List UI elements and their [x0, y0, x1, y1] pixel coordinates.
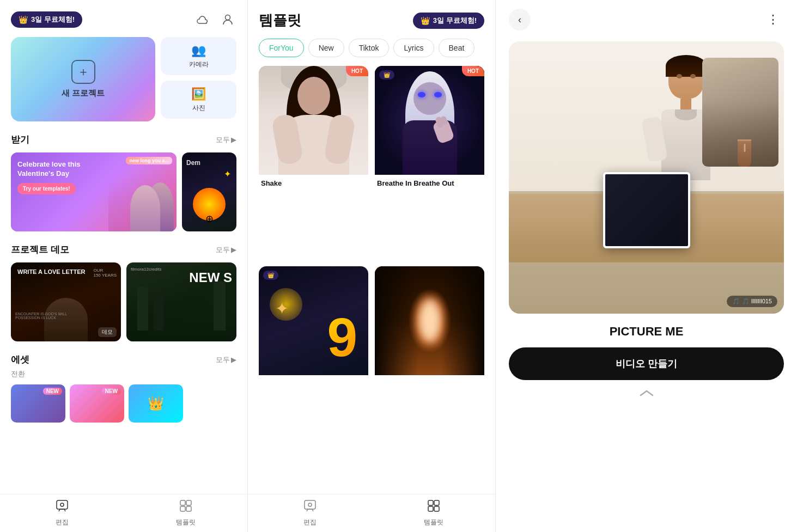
svg-point-2: [60, 503, 64, 506]
demo-see-all[interactable]: 모두 ▶: [216, 245, 236, 255]
new-s-text: NEW S: [189, 270, 232, 285]
valentine-btn: Try our templates!: [17, 183, 76, 194]
promo-badge-left[interactable]: 👑 3일 무료체험!: [11, 11, 82, 28]
demo-row: WRITE A LOVE LETTER OUR150 YEARS 데모 ENCO…: [11, 262, 236, 341]
receive-header: 받기 모두 ▶: [11, 133, 236, 146]
svg-rect-12: [434, 506, 439, 511]
demo-card-2[interactable]: Dem ⊕ ✦: [182, 152, 236, 231]
asset-thumb-2[interactable]: NEW: [70, 384, 124, 423]
crown-icon-template: 👑: [384, 72, 390, 78]
number-overlay: 9: [327, 310, 357, 364]
preview-title: PICTURE ME: [509, 325, 784, 339]
template-nav-icon-middle: [427, 499, 440, 516]
demo-section-header: 프로젝트 데모 모두 ▶: [11, 243, 236, 256]
nav-edit-left[interactable]: 편집: [0, 494, 124, 532]
filmora-watermark: filmora12credits: [131, 267, 161, 272]
middle-panel: 템플릿 👑 3일 무료체험! ForYou New Tiktok Lyrics …: [248, 0, 496, 532]
shake-thumbnail: HOT: [259, 66, 368, 175]
assets-section: 에셋 모두 ▶ 전환 NEW NEW 👑: [11, 353, 236, 423]
camera-icon: 👥: [191, 44, 206, 58]
nav-edit-middle[interactable]: 편집: [248, 494, 372, 532]
tab-lyrics[interactable]: Lyrics: [393, 39, 434, 57]
svg-rect-10: [434, 500, 439, 505]
tab-tiktok[interactable]: Tiktok: [349, 39, 390, 57]
svg-rect-6: [186, 506, 191, 511]
asset-thumb-1[interactable]: NEW: [11, 384, 65, 423]
circle-icon: ⊕: [205, 213, 214, 225]
promo-badge-middle[interactable]: 👑 3일 무료체험!: [413, 13, 484, 29]
chevron-up[interactable]: [509, 389, 784, 398]
shake-label: Shake: [259, 175, 368, 189]
templates-grid: HOT Shake: [259, 66, 484, 489]
music-icon: 🎵: [732, 298, 740, 305]
tab-beat[interactable]: Beat: [439, 39, 475, 57]
tab-new[interactable]: New: [308, 39, 344, 57]
asset-thumb-3[interactable]: 👑: [129, 384, 183, 423]
assets-row: NEW NEW 👑: [11, 384, 236, 423]
make-video-button[interactable]: 비디오 만들기: [509, 347, 784, 380]
receive-see-all[interactable]: 모두 ▶: [216, 135, 236, 145]
svg-rect-7: [305, 500, 315, 509]
nav-template-left[interactable]: 템플릿: [124, 494, 247, 532]
camera-button[interactable]: 👥 카메라: [161, 37, 236, 75]
asset-new-badge-1: NEW: [43, 388, 62, 395]
photo-button[interactable]: 🖼️ 사진: [161, 81, 236, 119]
asset-new-badge-2: NEW: [102, 388, 121, 395]
edit-nav-icon-middle: [303, 499, 317, 516]
edit-nav-label-middle: 편집: [303, 518, 317, 527]
cloud-icon[interactable]: [194, 11, 211, 28]
svg-rect-3: [180, 500, 185, 505]
svg-rect-11: [428, 506, 433, 511]
user-tag: 🎵 🎵 llllllll015: [727, 296, 777, 307]
profile-icon[interactable]: [219, 11, 236, 28]
new-project-button[interactable]: ＋ 새 프로젝트: [11, 37, 155, 121]
template-nav-icon: [179, 499, 192, 516]
template-card-4[interactable]: [375, 266, 484, 445]
hot-badge-2: HOT: [462, 66, 484, 76]
svg-rect-4: [186, 500, 191, 505]
edit-nav-label: 편집: [56, 518, 69, 527]
sparkle-icon: ✦: [275, 299, 289, 318]
edit-nav-icon: [56, 499, 69, 516]
valentine-card[interactable]: Celebrate love this Valentine's Day Try …: [11, 152, 177, 231]
template-card-3[interactable]: 9 ✦ 👑: [259, 266, 368, 445]
demo-section-title: 프로젝트 데모: [11, 243, 69, 256]
new-project-area: ＋ 새 프로젝트 👥 카메라 🖼️ 사진: [11, 37, 236, 121]
left-panel: 👑 3일 무료체험! ＋ 새 프로젝트 👥: [0, 0, 248, 532]
template-nav-label: 템플릿: [176, 518, 196, 527]
left-bottom-nav: 편집 템플릿: [0, 494, 247, 532]
back-button[interactable]: ‹: [509, 9, 531, 30]
preview-card: 🎵 🎵 llllllll015: [509, 41, 784, 314]
tab-foryou[interactable]: ForYou: [259, 39, 304, 57]
demo-text-overlay: Dem: [186, 159, 200, 167]
left-header: 👑 3일 무료체험!: [11, 11, 236, 28]
template-card-breathe[interactable]: HOT 👑 Breathe In Breathe Out: [375, 66, 484, 260]
template-tabs: ForYou New Tiktok Lyrics Beat: [259, 39, 484, 57]
svg-rect-1: [57, 500, 68, 509]
svg-point-0: [226, 15, 230, 20]
assets-see-all[interactable]: 모두 ▶: [216, 355, 236, 365]
svg-point-8: [308, 503, 312, 506]
svg-rect-9: [428, 500, 433, 505]
hot-badge-1: HOT: [346, 66, 368, 76]
right-header: ‹ ⋮: [509, 9, 784, 30]
assets-header: 에셋 모두 ▶: [11, 353, 236, 366]
photo-icon: 🖼️: [191, 87, 206, 101]
love-letter-card[interactable]: WRITE A LOVE LETTER OUR150 YEARS 데모 ENCO…: [11, 262, 121, 341]
nav-template-middle[interactable]: 템플릿: [372, 494, 495, 532]
asset-icon: 👑: [148, 396, 164, 411]
new-s-card[interactable]: filmora12credits NEW S: [126, 262, 236, 341]
template-card-shake[interactable]: HOT Shake: [259, 66, 368, 260]
assets-title: 에셋: [11, 353, 29, 366]
more-button[interactable]: ⋮: [762, 9, 784, 30]
love-letter-text: WRITE A LOVE LETTER: [17, 268, 85, 276]
valentine-text: Celebrate love this Valentine's Day: [17, 160, 88, 179]
right-panel: ‹ ⋮: [496, 0, 797, 532]
middle-title: 템플릿: [259, 11, 301, 30]
middle-header: 템플릿 👑 3일 무료체험!: [259, 11, 484, 30]
demo-badge: 데모: [98, 327, 117, 337]
template-nav-label-middle: 템플릿: [424, 518, 443, 527]
receive-title: 받기: [11, 133, 29, 146]
new-project-label: 새 프로젝트: [62, 88, 105, 99]
template-row: Celebrate love this Valentine's Day Try …: [11, 152, 236, 231]
